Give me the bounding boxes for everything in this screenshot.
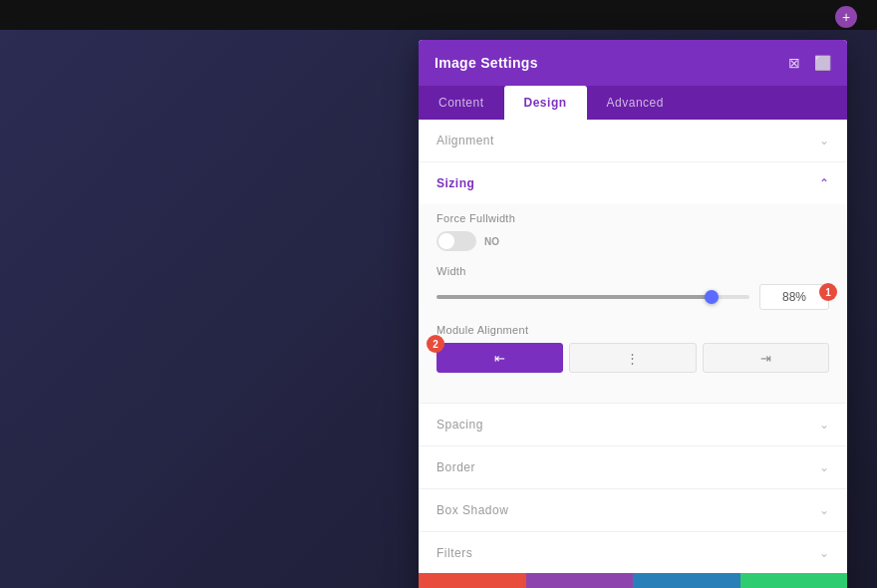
toggle-row: NO: [437, 231, 829, 251]
section-alignment-header[interactable]: Alignment ⌄: [419, 120, 847, 161]
section-box-shadow: Box Shadow ⌄: [419, 489, 847, 532]
force-fullwidth-field: Force Fullwidth NO: [437, 212, 829, 251]
panel-header: Image Settings ⊠ ⬜: [419, 40, 847, 86]
align-right-icon: ⇥: [760, 351, 771, 366]
collapse-icon[interactable]: ⊠: [785, 54, 803, 72]
module-alignment-label: Module Alignment: [437, 324, 829, 336]
fullwidth-toggle[interactable]: [437, 231, 476, 251]
section-spacing: Spacing ⌄: [419, 404, 847, 446]
top-bar: [0, 0, 877, 30]
panel-body: Alignment ⌄ Sizing ⌃ Force Fullwidth NO: [419, 120, 847, 573]
width-field: Width 88% 1: [437, 265, 829, 310]
module-alignment-field: Module Alignment 2 ⇤ ⋮ ⇥: [437, 324, 829, 373]
add-button[interactable]: +: [835, 6, 857, 28]
width-slider-track[interactable]: [437, 295, 749, 299]
align-left-icon: ⇤: [494, 351, 505, 366]
width-slider-thumb[interactable]: [705, 290, 719, 304]
panel-header-icons: ⊠ ⬜: [785, 54, 831, 72]
section-filters-header[interactable]: Filters ⌄: [419, 532, 847, 573]
tab-content[interactable]: Content: [419, 86, 504, 120]
border-chevron: ⌄: [819, 460, 829, 474]
save-button[interactable]: ✓: [740, 573, 848, 588]
sizing-chevron: ⌃: [819, 176, 829, 190]
cancel-button[interactable]: ✕: [419, 573, 526, 588]
spacing-chevron: ⌄: [819, 418, 829, 432]
section-box-shadow-header[interactable]: Box Shadow ⌄: [419, 489, 847, 531]
alignment-label: Alignment: [437, 134, 494, 147]
filters-label: Filters: [437, 546, 472, 560]
align-center-btn[interactable]: ⋮: [569, 343, 696, 373]
width-slider-fill: [437, 295, 712, 299]
panel-title: Image Settings: [435, 55, 538, 71]
toggle-value: NO: [484, 236, 499, 247]
tab-design[interactable]: Design: [504, 86, 587, 120]
section-spacing-header[interactable]: Spacing ⌄: [419, 404, 847, 445]
align-left-btn[interactable]: ⇤: [437, 343, 563, 373]
width-badge: 1: [819, 283, 837, 301]
border-label: Border: [437, 460, 475, 474]
alignment-chevron: ⌄: [819, 134, 829, 147]
align-center-icon: ⋮: [626, 351, 639, 366]
alignment-badge: 2: [427, 335, 444, 353]
section-alignment: Alignment ⌄: [419, 120, 847, 162]
box-shadow-label: Box Shadow: [437, 503, 508, 517]
section-filters: Filters ⌄: [419, 532, 847, 573]
align-right-btn[interactable]: ⇥: [703, 343, 829, 373]
width-label: Width: [437, 265, 829, 277]
tab-bar: Content Design Advanced: [419, 86, 847, 120]
align-options: 2 ⇤ ⋮ ⇥: [437, 343, 829, 373]
tab-advanced[interactable]: Advanced: [587, 86, 684, 120]
force-fullwidth-label: Force Fullwidth: [437, 212, 829, 224]
sizing-label: Sizing: [437, 176, 474, 190]
width-slider-row: 88% 1: [437, 284, 829, 310]
settings-panel: Image Settings ⊠ ⬜ Content Design Advanc…: [419, 40, 847, 588]
section-border: Border ⌄: [419, 446, 847, 489]
sizing-content: Force Fullwidth NO Width 88%: [419, 204, 847, 403]
box-shadow-chevron: ⌄: [819, 503, 829, 517]
redo-button[interactable]: ↻: [633, 573, 740, 588]
undo-button[interactable]: ↺: [526, 573, 634, 588]
spacing-label: Spacing: [437, 418, 483, 432]
section-sizing-header[interactable]: Sizing ⌃: [419, 162, 847, 204]
expand-icon[interactable]: ⬜: [813, 54, 831, 72]
width-value-input[interactable]: 88%: [759, 284, 829, 310]
filters-chevron: ⌄: [819, 546, 829, 560]
section-border-header[interactable]: Border ⌄: [419, 446, 847, 488]
section-sizing: Sizing ⌃ Force Fullwidth NO Width: [419, 162, 847, 404]
panel-footer: ✕ ↺ ↻ ✓: [419, 573, 847, 588]
